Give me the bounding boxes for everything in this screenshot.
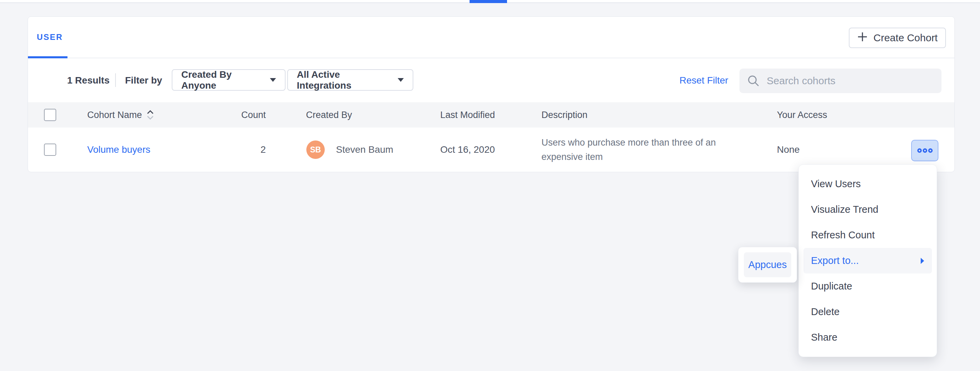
integrations-dropdown-label: All Active Integrations [297, 69, 391, 91]
menu-item-refresh-count[interactable]: Refresh Count [799, 222, 937, 248]
header-count: Count [239, 102, 266, 127]
select-all-checkbox[interactable] [44, 109, 56, 121]
create-cohort-label: Create Cohort [873, 32, 937, 44]
menu-item-view-users[interactable]: View Users [799, 171, 937, 197]
menu-item-export-label: Export to... [811, 255, 859, 266]
cohorts-page: USER Create Cohort 1 Results Filter by C… [0, 0, 980, 371]
submenu-arrow-icon [920, 258, 924, 264]
search-icon [747, 74, 760, 87]
more-actions-icon [917, 148, 922, 153]
last-modified-value: Oct 16, 2020 [440, 127, 495, 172]
filter-divider [115, 73, 116, 87]
tab-user[interactable]: USER [37, 17, 63, 57]
chevron-down-icon [398, 78, 404, 82]
row-actions-button[interactable] [911, 140, 939, 161]
plus-icon [857, 31, 868, 45]
tab-user-underline [28, 56, 67, 58]
active-tab-indicator [469, 0, 507, 3]
cohort-name-link[interactable]: Volume buyers [87, 144, 150, 155]
table-header-row: Cohort Name Count Created By Last Modifi… [28, 102, 955, 127]
create-cohort-button[interactable]: Create Cohort [849, 28, 946, 48]
top-nav-strip [0, 0, 980, 3]
search-box[interactable] [740, 68, 942, 93]
header-created-by: Created By [306, 102, 352, 127]
search-input[interactable] [767, 75, 934, 87]
header-cohort-name[interactable]: Cohort Name [87, 102, 154, 127]
export-submenu: Appcues [738, 247, 797, 283]
created-by-dropdown[interactable]: Created By Anyone [172, 69, 286, 91]
cohort-count: 2 [239, 127, 266, 172]
description-value: Users who purchase more than three of an… [541, 127, 746, 172]
reset-filter-link[interactable]: Reset Filter [679, 58, 728, 102]
your-access-value: None [777, 127, 800, 172]
menu-item-share[interactable]: Share [799, 325, 937, 350]
chevron-down-icon [270, 78, 276, 82]
integrations-dropdown[interactable]: All Active Integrations [287, 69, 413, 91]
menu-item-visualize-trend[interactable]: Visualize Trend [799, 197, 937, 222]
description-text: Users who purchase more than three of an… [541, 135, 746, 164]
cohorts-card: USER Create Cohort 1 Results Filter by C… [28, 16, 955, 172]
header-description: Description [541, 102, 587, 127]
row-checkbox[interactable] [44, 143, 56, 156]
more-actions-icon [923, 148, 927, 153]
created-by-dropdown-label: Created By Anyone [181, 69, 263, 91]
row-context-menu: View Users Visualize Trend Refresh Count… [799, 164, 937, 357]
avatar: SB [306, 140, 325, 159]
created-by-value: Steven Baum [336, 127, 393, 172]
header-last-modified: Last Modified [440, 102, 495, 127]
menu-item-duplicate[interactable]: Duplicate [799, 274, 937, 299]
header-your-access: Your Access [777, 102, 827, 127]
results-count: 1 Results [67, 58, 110, 102]
more-actions-icon [928, 148, 932, 153]
menu-item-export-to[interactable]: Export to... [803, 248, 932, 274]
submenu-item-appcues[interactable]: Appcues [744, 252, 791, 277]
sort-icon [146, 109, 154, 121]
filter-by-label: Filter by [125, 58, 162, 102]
tab-bar: USER Create Cohort [28, 17, 955, 58]
menu-item-delete[interactable]: Delete [799, 299, 937, 325]
header-cohort-name-label: Cohort Name [87, 110, 142, 120]
